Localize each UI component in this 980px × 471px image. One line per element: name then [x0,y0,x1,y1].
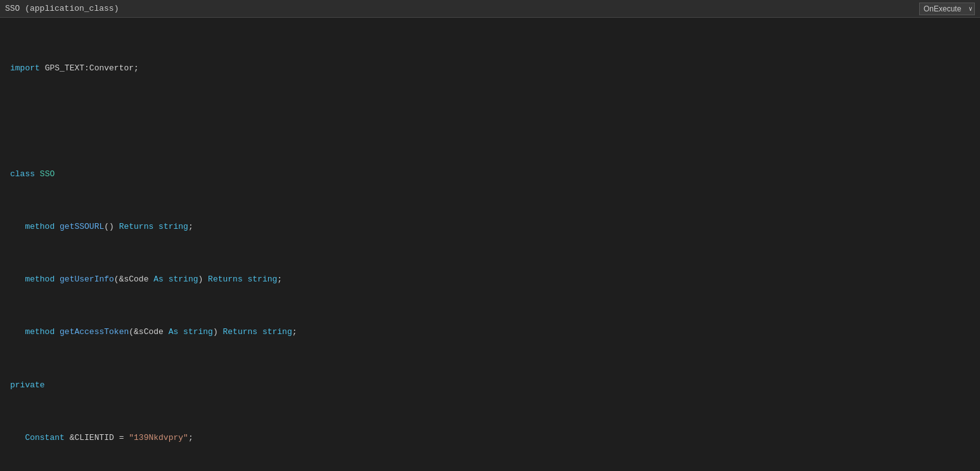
editor-title: SSO (application_class) [5,4,919,13]
code-editor: import GPS_TEXT:Convertor; class SSO met… [0,18,980,471]
code-line-2 [10,115,970,129]
method-dropdown[interactable]: OnExecute [919,3,975,15]
editor-header: SSO (application_class) OnExecute [0,0,980,18]
code-line-6: method getAccessToken(&sCode As string) … [10,326,970,339]
code-line-7: private [10,379,970,392]
method-dropdown-wrapper[interactable]: OnExecute [919,3,975,15]
code-line-5: method getUserInfo(&sCode As string) Ret… [10,273,970,287]
code-line-8: Constant &CLIENTID = "139Nkdvpry"; [10,432,970,445]
code-line-3: class SSO [10,168,970,181]
code-line-1: import GPS_TEXT:Convertor; [10,62,970,75]
code-line-4: method getSSOURL() Returns string; [10,221,970,234]
